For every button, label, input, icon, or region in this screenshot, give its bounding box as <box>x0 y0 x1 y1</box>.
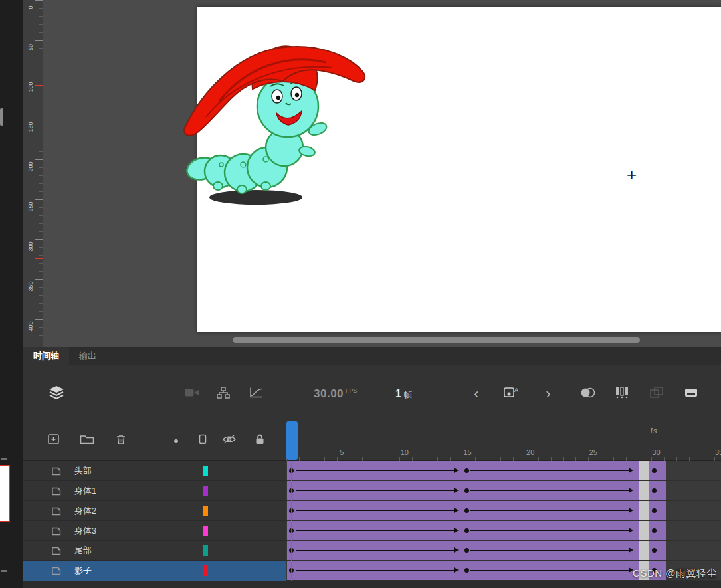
layer-row[interactable]: 身体3 <box>23 521 721 541</box>
insert-keyframe-icon[interactable]: A <box>504 386 520 402</box>
animate-app: 050100150200250300350400 <box>0 0 721 588</box>
layer-row-left[interactable]: 尾部 <box>23 541 286 561</box>
frame-view-icon[interactable] <box>684 387 699 401</box>
tab-output[interactable]: 输出 <box>69 347 106 365</box>
frame-unit-label: 帧 <box>404 390 412 399</box>
hierarchy-icon[interactable] <box>217 387 230 401</box>
stroke-color-swatch[interactable] <box>0 465 10 522</box>
onion-skin-outlines-icon[interactable] <box>615 387 629 401</box>
fps-unit: FPS <box>346 387 358 394</box>
camera-icon[interactable] <box>185 388 199 400</box>
stage-pasteboard[interactable]: + <box>43 0 721 347</box>
frame-ruler[interactable]: 1s 5101520253035 <box>286 419 721 462</box>
keyframe-dot[interactable] <box>464 528 469 533</box>
tween-span-end[interactable] <box>639 541 649 560</box>
keyframe-dot[interactable] <box>652 488 657 493</box>
keyframe-dot[interactable] <box>464 468 469 473</box>
tween-arrow-line <box>296 490 455 491</box>
layer-color-swatch[interactable] <box>203 506 208 516</box>
tween-arrowhead <box>454 468 459 473</box>
layer-row-left[interactable]: 影子 <box>23 561 286 581</box>
graph-icon[interactable] <box>249 387 262 401</box>
tween-span[interactable] <box>649 541 666 560</box>
tween-arrowhead <box>454 528 459 533</box>
keyframe-dot[interactable] <box>464 548 469 553</box>
keyframe-dot[interactable] <box>464 568 469 573</box>
tab-timeline[interactable]: 时间轴 <box>23 347 69 365</box>
layers-stack-icon[interactable] <box>48 385 65 403</box>
layer-name: 头部 <box>74 465 92 477</box>
layer-color-swatch[interactable] <box>203 526 208 536</box>
keyframe-dot[interactable] <box>464 488 469 493</box>
tween-span-end[interactable] <box>639 501 649 520</box>
eye-off-icon[interactable] <box>222 434 237 447</box>
current-frame-display[interactable]: 1帧 <box>395 388 412 401</box>
playhead[interactable] <box>286 421 298 460</box>
toolbar-divider <box>569 385 569 403</box>
keyframe-dot[interactable] <box>464 508 469 513</box>
playhead-line[interactable] <box>291 461 292 581</box>
layer-row-left[interactable]: 头部 <box>23 461 286 481</box>
layer-name: 身体3 <box>74 525 96 537</box>
delete-layer-button[interactable] <box>115 433 127 448</box>
layer-color-swatch[interactable] <box>203 565 208 576</box>
keyframe-dot[interactable] <box>652 468 657 473</box>
outline-column-icon[interactable] <box>199 434 207 447</box>
registration-crosshair: + <box>627 166 637 183</box>
layer-frames-track[interactable] <box>286 501 721 521</box>
layer-color-swatch[interactable] <box>203 466 208 476</box>
layer-row[interactable]: 尾部 <box>23 541 721 561</box>
add-layer-button[interactable] <box>47 433 60 448</box>
previous-keyframe-button[interactable]: ‹ <box>474 387 478 401</box>
layer-page-icon <box>51 526 61 538</box>
layer-row-left[interactable]: 身体2 <box>23 501 286 521</box>
tween-span-end[interactable] <box>639 481 649 500</box>
ruler-number: 100 <box>27 78 34 96</box>
vertical-ruler: 050100150200250300350400 <box>23 0 43 347</box>
layer-row[interactable]: 身体1 <box>23 481 721 501</box>
tween-span-end[interactable] <box>639 521 649 540</box>
keyframe-dot[interactable] <box>652 508 657 513</box>
tween-arrow-line <box>296 510 455 511</box>
ruler-marker <box>35 258 43 259</box>
layer-frames-track[interactable] <box>286 521 721 541</box>
layer-row[interactable]: 头部 <box>23 461 721 481</box>
timeline-panel: 时间轴 输出 <box>23 347 721 588</box>
strip-scroll-indicator[interactable] <box>0 108 3 126</box>
tween-span-end[interactable] <box>639 461 649 480</box>
edit-multiple-frames-icon[interactable] <box>650 387 665 401</box>
tween-span[interactable] <box>649 521 666 540</box>
lock-icon[interactable] <box>255 434 264 448</box>
ruler-number: 50 <box>27 39 34 56</box>
keyframe-dot[interactable] <box>652 528 657 533</box>
layer-frames-track[interactable] <box>286 461 721 481</box>
layer-color-swatch[interactable] <box>203 486 208 496</box>
tween-arrowhead <box>629 468 633 473</box>
layer-frames-track[interactable] <box>286 481 721 501</box>
layer-color-swatch[interactable] <box>203 545 208 556</box>
fps-value[interactable]: 30.00 <box>314 387 344 400</box>
layer-page-icon <box>51 546 61 558</box>
fps-display[interactable]: 30.00FPS <box>314 387 358 401</box>
svg-text:A: A <box>514 387 518 393</box>
keyframe-dot[interactable] <box>652 548 657 553</box>
next-keyframe-button[interactable]: › <box>546 387 550 401</box>
layer-row[interactable]: 影子 <box>23 561 721 581</box>
current-frame-value[interactable]: 1 <box>395 388 401 399</box>
layer-frames-track[interactable] <box>286 541 721 561</box>
layer-row-left[interactable]: 身体3 <box>23 521 286 541</box>
ruler-number: 0 <box>27 0 34 16</box>
frame-number: 30 <box>649 448 663 456</box>
tween-arrowhead <box>454 567 459 573</box>
tween-span[interactable] <box>649 481 666 500</box>
tween-span[interactable] <box>649 501 666 520</box>
layer-row-left[interactable]: 身体1 <box>23 481 286 501</box>
tween-arrowhead <box>454 508 459 513</box>
tween-span[interactable] <box>649 461 666 480</box>
horizontal-scrollbar[interactable] <box>233 337 640 343</box>
onion-skin-icon[interactable] <box>579 387 595 401</box>
new-folder-button[interactable] <box>80 434 94 447</box>
layer-row[interactable]: 身体2 <box>23 501 721 521</box>
highlight-column-dot-icon[interactable] <box>173 435 179 446</box>
caterpillar-artwork[interactable] <box>179 28 379 214</box>
